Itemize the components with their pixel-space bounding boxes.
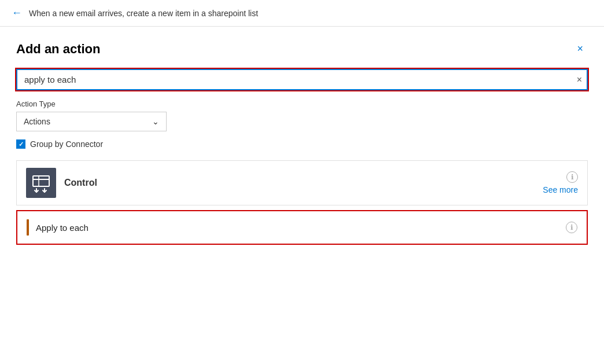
group-by-checkbox[interactable]: ✓ [16, 139, 25, 149]
connector-name: Control [64, 178, 97, 188]
chevron-down-icon: ⌄ [152, 117, 159, 126]
action-item-bar [27, 219, 29, 236]
action-type-value: Actions [24, 117, 50, 126]
svg-rect-0 [33, 176, 49, 186]
back-arrow-icon[interactable]: ← [12, 7, 22, 19]
action-type-label: Action Type [16, 100, 588, 108]
search-box-wrapper: × [16, 69, 588, 90]
action-item-info-icon[interactable]: ℹ [566, 222, 577, 233]
see-more-button[interactable]: See more [543, 185, 578, 194]
connector-section: Control ℹ See more [16, 160, 588, 205]
checkbox-check-icon: ✓ [19, 141, 24, 148]
action-item[interactable]: Apply to each ℹ [16, 210, 588, 245]
connector-icon [26, 168, 56, 198]
connector-right: ℹ See more [543, 171, 578, 194]
top-title: When a new email arrives, create a new i… [29, 9, 258, 18]
group-by-label: Group by Connector [30, 139, 103, 149]
action-item-left: Apply to each [27, 219, 89, 236]
group-by-connector-row: ✓ Group by Connector [16, 139, 588, 149]
search-clear-button[interactable]: × [577, 75, 582, 85]
connector-left: Control [26, 168, 97, 198]
panel-title: Add an action [16, 42, 100, 57]
top-bar: ← When a new email arrives, create a new… [0, 0, 604, 27]
action-type-select[interactable]: Actions ⌄ [16, 112, 167, 131]
connector-info-icon[interactable]: ℹ [566, 171, 578, 183]
close-button[interactable]: × [572, 41, 588, 57]
connector-header: Control ℹ See more [17, 161, 587, 205]
main-content: Add an action × × Action Type Actions ⌄ … [0, 27, 604, 259]
search-input[interactable] [16, 69, 588, 90]
panel-header: Add an action × [16, 41, 588, 57]
action-item-name: Apply to each [36, 223, 89, 233]
